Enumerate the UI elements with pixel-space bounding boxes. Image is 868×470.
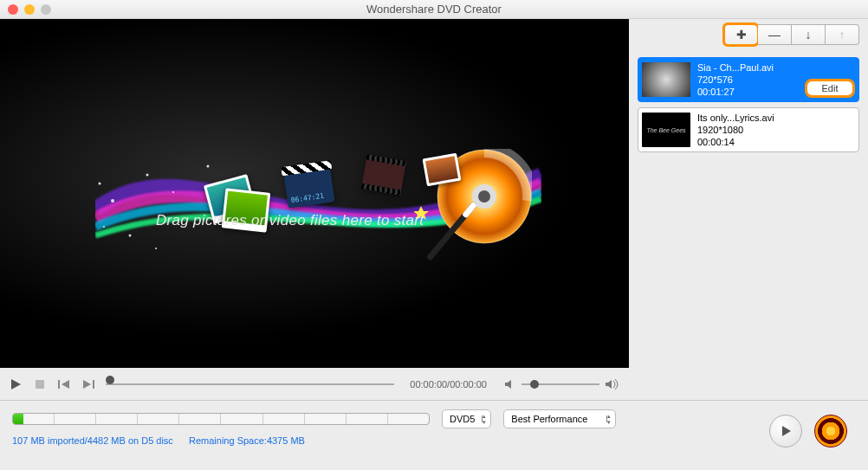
capacity-bar [12,413,430,425]
volume-high-icon [605,378,620,390]
minus-icon: — [768,28,781,42]
svg-point-2 [129,235,132,237]
svg-point-4 [172,191,174,193]
clip-resolution: 1920*1080 [697,124,774,136]
maximize-window-button[interactable] [41,4,51,15]
minimize-window-button[interactable] [24,4,35,15]
playback-controls: 00:00:00/00:00:00 [0,368,629,400]
clip-item[interactable]: Sia - Ch...Paul.avi 720*576 00:01:27 Edi… [638,57,859,102]
quality-value: Best Performance [511,414,587,424]
svg-point-1 [146,174,149,177]
volume-slider[interactable] [521,383,599,385]
svg-rect-20 [93,380,94,389]
film-strip-icon [361,154,406,195]
svg-rect-17 [58,380,60,389]
close-window-button[interactable] [8,4,18,15]
chevron-updown-icon [483,414,486,425]
clip-thumbnail [642,62,690,97]
picture-icon [423,153,462,186]
clapboard-icon [283,167,334,208]
clip-thumbnail: The Bee Gees [642,113,690,147]
disc-type-value: DVD5 [450,414,475,424]
svg-rect-16 [36,380,44,389]
prev-button[interactable] [57,377,71,391]
clip-toolbar: ✚ — ↓ ↑ [638,24,859,45]
arrow-up-icon: ↑ [839,28,845,42]
remove-clip-button[interactable]: — [758,24,792,45]
info-imported: 107 MB imported/4482 MB on D5 disc [12,435,173,446]
plus-icon: ✚ [736,28,747,42]
clip-filename: Its only...Lyrics.avi [697,112,774,124]
timecode: 00:00:00/00:00:00 [405,379,494,390]
play-icon [779,424,793,438]
svg-point-6 [155,248,157,249]
svg-rect-13 [462,202,477,219]
disc-type-select[interactable]: DVD5 [442,409,491,428]
svg-marker-18 [62,380,69,389]
svg-marker-21 [505,380,511,389]
clip-duration: 00:01:27 [697,86,774,98]
play-button[interactable] [9,377,23,391]
quality-select[interactable]: Best Performance [503,409,616,428]
prev-icon [58,379,70,390]
preview-play-button[interactable] [769,415,802,447]
edit-clip-button[interactable]: Edit [806,80,853,96]
stop-button[interactable] [33,377,47,391]
window-controls [0,4,51,15]
clip-duration: 00:00:14 [697,136,774,148]
capacity-info: 107 MB imported/4482 MB on D5 disc Remai… [12,435,856,446]
move-up-button[interactable]: ↑ [826,24,859,45]
next-button[interactable] [81,377,95,391]
magic-wand-icon [414,201,483,270]
svg-marker-22 [606,380,612,389]
clip-filename: Sia - Ch...Paul.avi [697,61,774,74]
svg-point-0 [111,199,114,203]
svg-point-7 [99,183,101,185]
bottom-bar: DVD5 Best Performance 107 MB imported/44… [0,400,868,470]
svg-marker-15 [11,379,21,390]
move-down-button[interactable]: ↓ [792,24,826,45]
next-icon [82,379,94,390]
play-icon [10,378,22,390]
info-remaining: Remaining Space:4375 MB [189,435,305,446]
seek-slider[interactable] [106,379,394,390]
arrow-down-icon: ↓ [806,28,812,42]
stop-icon [35,379,45,390]
clip-resolution: 720*576 [697,74,774,86]
volume-low-icon [504,379,516,390]
chevron-updown-icon [607,414,611,425]
add-clip-button[interactable]: ✚ [724,24,758,45]
clip-list: Sia - Ch...Paul.avi 720*576 00:01:27 Edi… [638,57,859,152]
svg-point-3 [103,226,105,228]
preview-drop-zone[interactable]: Drag pictures or video files here to sta… [0,19,629,368]
clip-item[interactable]: The Bee Gees Its only...Lyrics.avi 1920*… [638,107,859,152]
svg-marker-28 [782,426,791,436]
drop-hint-text: Drag pictures or video files here to sta… [156,212,424,229]
svg-point-5 [207,165,210,168]
svg-marker-19 [83,380,91,389]
app-title: Wondershare DVD Creator [366,3,502,16]
burn-disc-button[interactable] [814,415,847,447]
titlebar: Wondershare DVD Creator [0,0,868,19]
